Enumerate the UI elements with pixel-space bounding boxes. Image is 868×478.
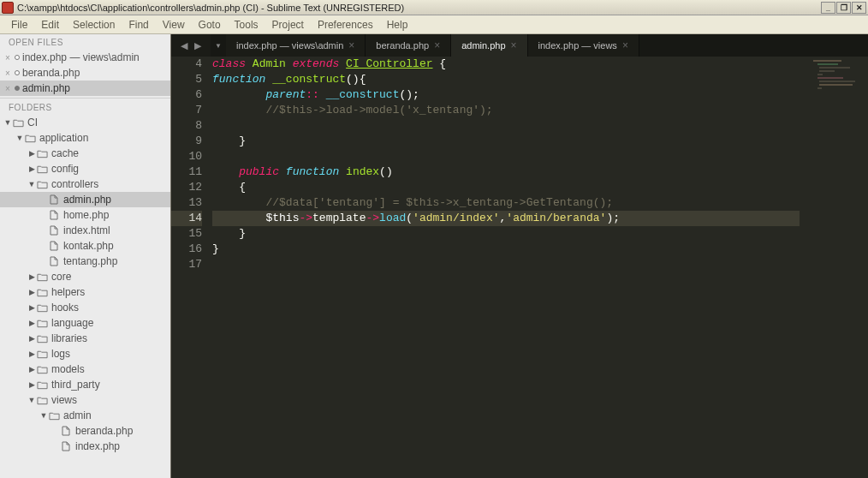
folder-item[interactable]: ▶hooks [0, 300, 170, 315]
close-button[interactable]: ✕ [852, 2, 866, 14]
disclosure-icon[interactable]: ▼ [15, 134, 24, 142]
tab-close-icon[interactable]: × [511, 39, 517, 51]
folder-item[interactable]: ▼controllers [0, 176, 170, 192]
editor-tab[interactable]: index.php — views× [528, 34, 639, 57]
disclosure-icon[interactable]: ▶ [27, 288, 36, 296]
disclosure-icon[interactable]: ▼ [39, 411, 48, 420]
minimize-button[interactable]: _ [821, 2, 835, 14]
tree-label: models [51, 363, 85, 375]
folder-item[interactable]: ▶config [0, 161, 170, 176]
folder-item[interactable]: ▶third_party [0, 377, 170, 392]
code-line[interactable]: function __construct(){ [212, 72, 800, 87]
minimap[interactable] [800, 57, 868, 478]
tab-close-icon[interactable]: × [434, 39, 440, 51]
tab-next-icon[interactable]: ▶ [194, 40, 201, 51]
file-icon [48, 256, 60, 266]
code-line[interactable]: } [212, 134, 800, 149]
code-line[interactable] [212, 257, 800, 272]
disclosure-icon[interactable]: ▼ [27, 396, 36, 404]
menu-tools[interactable]: Tools [229, 18, 265, 32]
file-item[interactable]: home.php [0, 207, 170, 223]
folder-icon [12, 117, 24, 128]
folder-item[interactable]: ▶helpers [0, 284, 170, 300]
folder-icon [24, 133, 36, 143]
disclosure-icon[interactable]: ▶ [27, 272, 36, 281]
close-icon[interactable]: × [5, 53, 14, 63]
open-file-item[interactable]: ×index.php — views\admin [0, 50, 170, 65]
close-icon[interactable]: × [5, 69, 14, 78]
menu-help[interactable]: Help [381, 18, 414, 32]
tree-label: admin [63, 409, 92, 421]
tree-label: libraries [51, 332, 87, 344]
menu-preferences[interactable]: Preferences [312, 18, 379, 32]
tab-close-icon[interactable]: × [348, 39, 354, 51]
tab-close-icon[interactable]: × [622, 39, 628, 51]
line-number: 11 [171, 164, 202, 180]
file-item[interactable]: kontak.php [0, 238, 170, 254]
disclosure-icon[interactable]: ▼ [3, 118, 12, 127]
menu-selection[interactable]: Selection [67, 18, 121, 32]
folder-icon [36, 364, 48, 374]
disclosure-icon[interactable]: ▶ [27, 334, 36, 343]
editor-tab[interactable]: beranda.php× [366, 34, 451, 57]
code-line[interactable]: class Admin extends CI_Controller { [212, 57, 800, 72]
file-icon [48, 225, 60, 236]
editor-tab[interactable]: index.php — views\admin× [226, 34, 366, 57]
code-line[interactable] [212, 149, 800, 164]
tree-label: index.php [75, 440, 120, 452]
code-line[interactable]: } [212, 226, 800, 242]
open-file-item[interactable]: ×beranda.php [0, 65, 170, 81]
code-line[interactable] [212, 118, 800, 134]
code-body[interactable]: class Admin extends CI_Controller {funct… [212, 57, 800, 478]
menu-project[interactable]: Project [266, 18, 310, 32]
menu-file[interactable]: File [5, 18, 33, 32]
folder-item[interactable]: ▼application [0, 130, 170, 146]
menu-goto[interactable]: Goto [193, 18, 227, 32]
disclosure-icon[interactable]: ▶ [27, 149, 36, 158]
tree-label: beranda.php [75, 425, 133, 437]
file-item[interactable]: index.html [0, 223, 170, 238]
code-area[interactable]: 4567891011121314151617 class Admin exten… [171, 57, 868, 478]
folder-icon [36, 349, 48, 359]
close-icon[interactable]: × [5, 84, 14, 93]
disclosure-icon[interactable]: ▶ [27, 365, 36, 373]
folder-item[interactable]: ▶logs [0, 346, 170, 361]
file-item[interactable]: index.php [0, 439, 170, 454]
open-files-list: ×index.php — views\admin×beranda.php×adm… [0, 50, 170, 96]
menu-edit[interactable]: Edit [35, 18, 65, 32]
folder-item[interactable]: ▼CI [0, 115, 170, 130]
file-item[interactable]: tentang.php [0, 254, 170, 269]
folder-item[interactable]: ▶models [0, 361, 170, 377]
code-line[interactable]: $this->template->load('admin/index','adm… [212, 211, 800, 226]
folder-item[interactable]: ▶language [0, 315, 170, 331]
tab-prev-icon[interactable]: ◀ [181, 40, 187, 51]
code-line[interactable]: //$this->load->model('x_tentang'); [212, 103, 800, 118]
disclosure-icon[interactable]: ▼ [27, 180, 36, 188]
tab-dropdown-icon[interactable]: ▼ [211, 34, 226, 57]
disclosure-icon[interactable]: ▶ [27, 319, 36, 327]
code-line[interactable]: public function index() [212, 164, 800, 180]
file-item[interactable]: beranda.php [0, 423, 170, 439]
disclosure-icon[interactable]: ▶ [27, 380, 36, 389]
disclosure-icon[interactable]: ▶ [27, 303, 36, 312]
open-file-item[interactable]: ×admin.php [0, 81, 170, 96]
code-line[interactable]: parent:: __construct(); [212, 87, 800, 103]
folder-icon [36, 148, 48, 158]
disclosure-icon[interactable]: ▶ [27, 164, 36, 173]
folder-item[interactable]: ▼views [0, 392, 170, 408]
folder-item[interactable]: ▶cache [0, 146, 170, 161]
dirty-indicator-icon [15, 70, 20, 75]
menu-view[interactable]: View [157, 18, 191, 32]
code-line[interactable]: { [212, 180, 800, 195]
folder-item[interactable]: ▼admin [0, 408, 170, 423]
file-item[interactable]: admin.php [0, 192, 170, 207]
folder-item[interactable]: ▶libraries [0, 331, 170, 346]
menu-find[interactable]: Find [122, 18, 154, 32]
disclosure-icon[interactable]: ▶ [27, 350, 36, 358]
code-line[interactable]: } [212, 242, 800, 257]
editor-tab[interactable]: admin.php× [451, 34, 527, 57]
open-file-label: beranda.php [22, 67, 80, 79]
folder-item[interactable]: ▶core [0, 269, 170, 284]
restore-button[interactable]: ❐ [836, 2, 851, 14]
code-line[interactable]: //$data['tentang'] = $this->x_tentang->G… [212, 195, 800, 211]
